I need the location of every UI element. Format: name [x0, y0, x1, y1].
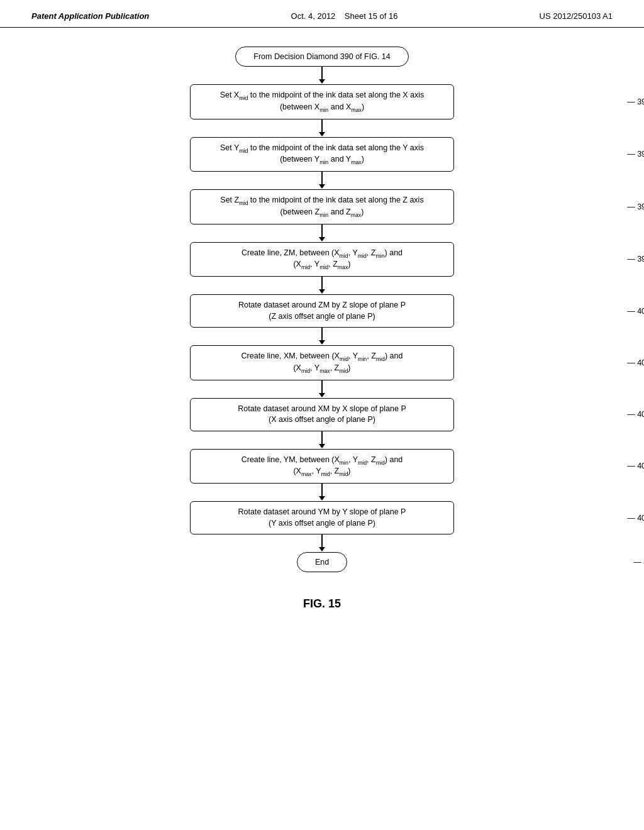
label-392: — 392 — [627, 97, 644, 106]
step-394: Set Ymid to the midpoint of the ink data… — [190, 137, 454, 172]
start-terminal-row: From Decision Diamond 390 of FIG. 14 — [38, 47, 606, 67]
end-terminal: End — [297, 552, 347, 572]
arrow-5 — [319, 328, 325, 345]
end-terminal-row: End — 410 — [38, 552, 606, 572]
start-terminal: From Decision Diamond 390 of FIG. 14 — [235, 47, 408, 67]
arrow-6 — [319, 380, 325, 398]
step-408: Rotate dataset around YM by Y slope of p… — [190, 501, 454, 534]
step-402-row: Create line, XM, between (Xmid, Ymin, Zm… — [38, 345, 606, 380]
arrow-7 — [319, 431, 325, 449]
figure-caption: FIG. 15 — [303, 597, 341, 611]
step-406: Create line, YM, between (Xmin, Ymid, Zm… — [190, 449, 454, 484]
label-396: — 396 — [627, 202, 644, 211]
step-402: Create line, XM, between (Xmid, Ymin, Zm… — [190, 345, 454, 380]
label-408: — 408 — [627, 514, 644, 523]
step-400: Rotate dataset around ZM by Z slope of p… — [190, 294, 454, 328]
arrow-8 — [319, 484, 325, 501]
step-406-row: Create line, YM, between (Xmin, Ymid, Zm… — [38, 449, 606, 484]
step-404-row: Rotate dataset around XM by X slope of p… — [38, 398, 606, 431]
step-392-row: Set Xmid to the midpoint of the ink data… — [38, 84, 606, 119]
label-406: — 406 — [627, 462, 644, 470]
label-404: — 404 — [627, 410, 644, 419]
label-394: — 394 — [627, 150, 644, 158]
arrow-3 — [319, 224, 325, 242]
label-410: — 410 — [633, 558, 644, 567]
step-398: Create line, ZM, between (Xmid, Ymid, Zm… — [190, 242, 454, 277]
step-394-row: Set Ymid to the midpoint of the ink data… — [38, 137, 606, 172]
label-398: — 398 — [627, 255, 644, 263]
label-400: — 400 — [627, 307, 644, 316]
step-396: Set Zmid to the midpoint of the ink data… — [190, 189, 454, 224]
step-398-row: Create line, ZM, between (Xmid, Ymid, Zm… — [38, 242, 606, 277]
arrow-1 — [319, 119, 325, 137]
label-402: — 402 — [627, 358, 644, 367]
step-396-row: Set Zmid to the midpoint of the ink data… — [38, 189, 606, 224]
arrow-9 — [319, 534, 325, 552]
arrow-4 — [319, 277, 325, 294]
page-header: Patent Application Publication Oct. 4, 2… — [0, 0, 644, 28]
step-400-row: Rotate dataset around ZM by Z slope of p… — [38, 294, 606, 328]
header-right: US 2012/250103 A1 — [540, 11, 613, 21]
header-center: Oct. 4, 2012 Sheet 15 of 16 — [291, 11, 398, 21]
arrow-2 — [319, 172, 325, 189]
arrow-0 — [319, 67, 325, 84]
step-392: Set Xmid to the midpoint of the ink data… — [190, 84, 454, 119]
main-content: From Decision Diamond 390 of FIG. 14 Set… — [0, 28, 644, 629]
header-left: Patent Application Publication — [31, 11, 149, 21]
flowchart: From Decision Diamond 390 of FIG. 14 Set… — [38, 47, 606, 572]
step-404: Rotate dataset around XM by X slope of p… — [190, 398, 454, 431]
step-408-row: Rotate dataset around YM by Y slope of p… — [38, 501, 606, 534]
